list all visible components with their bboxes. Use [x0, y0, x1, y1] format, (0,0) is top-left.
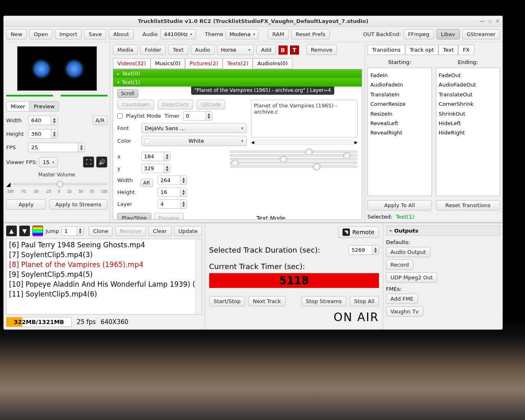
list-item[interactable]: [9] SoylentClip5.mp4(5) [7, 269, 201, 279]
remove-track-button[interactable]: Remove [115, 226, 146, 236]
viewer-fps-select[interactable]: 15 [39, 157, 58, 167]
playlist-scrollbar[interactable] [195, 239, 202, 314]
libav-button[interactable]: Libav [436, 29, 460, 39]
text-hscroll[interactable]: ◂▸ [251, 138, 358, 146]
fullscreen-icon[interactable]: ⛶ [83, 156, 94, 168]
tab-mixer[interactable]: Mixer [6, 101, 30, 112]
playlist-mode-checkbox[interactable] [117, 113, 123, 119]
accordion-text-0[interactable]: Text(0) [113, 69, 362, 78]
reset-prefs-button[interactable]: Reset Prefs [291, 29, 330, 39]
scroll-toggle[interactable]: Scroll [117, 89, 138, 98]
stop-streams-button[interactable]: Stop Streams [301, 296, 347, 306]
y-slider[interactable] [230, 154, 358, 157]
x-slider[interactable] [230, 151, 358, 153]
tab-fx[interactable]: FX [458, 45, 474, 55]
remote-button[interactable]: ◥ Remote [338, 226, 379, 238]
speaker-icon[interactable]: 🔊 [96, 156, 107, 168]
text-button[interactable]: Text [168, 45, 188, 55]
ffmpeg-button[interactable]: FFmpeg [404, 29, 434, 39]
audio-output-button[interactable]: Audio Output [386, 247, 430, 257]
import-button[interactable]: Import [55, 29, 82, 39]
layer-input[interactable]: ▲▼ [158, 199, 187, 209]
list-item[interactable]: AudioFadeIn [370, 80, 429, 89]
jump-input[interactable]: ▲▼ [62, 226, 84, 236]
preview-source-button[interactable]: Preview [154, 213, 184, 219]
height-input[interactable]: ▲▼ [28, 129, 58, 139]
list-item[interactable]: [6] Paul Terry 1948 Seeing Ghosts.mp4 [7, 240, 201, 250]
y-input[interactable]: ▲▼ [141, 164, 171, 173]
width-input[interactable]: ▲▼ [28, 116, 58, 125]
tab-musics[interactable]: Musics(0) [151, 58, 185, 69]
list-item[interactable]: TranslateIn [370, 90, 429, 99]
ar-prop-button[interactable]: AR [140, 179, 153, 187]
folder-button[interactable]: Folder [140, 45, 166, 55]
accordion-text-1[interactable]: Text(1) [113, 78, 362, 87]
height-slider[interactable] [230, 162, 358, 164]
reset-transitions-button[interactable]: Reset Transitions [436, 200, 500, 210]
close-icon[interactable]: ✕ [495, 18, 500, 24]
list-item[interactable]: FadeOut [439, 71, 498, 80]
dateclock-toggle[interactable]: Date/Clock [158, 100, 193, 110]
tab-audioins[interactable]: AudioIns(0) [253, 58, 292, 69]
remove-button[interactable]: Remove [306, 45, 337, 55]
list-item[interactable]: AudioFadeOut [439, 80, 498, 89]
add-fme-button[interactable]: Add FME [386, 294, 418, 304]
height-prop-input[interactable]: ▲▼ [158, 187, 187, 197]
list-item[interactable]: ShrinkOut [439, 109, 498, 119]
udp-output-button[interactable]: UDP Mpeg2 Out [386, 272, 437, 283]
duration-input[interactable]: ▲▼ [349, 245, 379, 255]
list-item[interactable]: CornerResize [370, 99, 429, 109]
font-select[interactable]: DejaVu Sans ... [141, 123, 247, 133]
add-button[interactable]: Add [256, 45, 276, 55]
tab-preview[interactable]: Preview [30, 101, 59, 112]
vaughn-button[interactable]: Vaughn Tv [386, 306, 423, 317]
minimize-icon[interactable]: — [479, 18, 485, 24]
countdown-toggle[interactable]: Countdown [117, 100, 154, 110]
media-button[interactable]: Media [113, 45, 138, 55]
audio-button[interactable]: Audio [191, 45, 215, 55]
tab-transitions[interactable]: Transitions [368, 45, 405, 55]
apply-button[interactable]: Apply [6, 199, 46, 210]
timer-input[interactable]: ▲▼ [183, 111, 212, 121]
color-select[interactable]: White [141, 136, 247, 146]
list-item[interactable]: ResizeIn [370, 109, 429, 119]
clone-button[interactable]: Clone [89, 226, 113, 236]
tab-videos[interactable]: Videos(32) [113, 58, 151, 69]
list-item[interactable]: CornerShrink [439, 99, 498, 109]
theme-select[interactable]: Modena [226, 29, 259, 39]
record-button[interactable]: Record [386, 260, 413, 270]
next-track-button[interactable]: Next Track [248, 296, 285, 306]
ending-list[interactable]: FadeOut AudioFadeOut TranslateOut Corner… [436, 68, 500, 196]
ar-button[interactable]: A/R [93, 116, 107, 125]
qrcode-toggle[interactable]: QRCode [196, 100, 225, 110]
list-item[interactable]: RevealRight [370, 128, 429, 137]
list-item[interactable]: [7] SoylentClip5.mp4(3) [7, 250, 201, 260]
audio-rate-select[interactable]: 44100Hz [160, 29, 196, 39]
save-button[interactable]: Save [84, 29, 106, 39]
preset-select[interactable]: Horse [217, 45, 254, 55]
width-slider[interactable] [230, 158, 358, 160]
list-item[interactable]: TranslateOut [439, 90, 498, 99]
maximize-icon[interactable]: ◇ [488, 18, 492, 24]
fps-input[interactable]: ▲▼ [28, 143, 85, 152]
clear-button[interactable]: Clear [148, 226, 171, 236]
playstop-button[interactable]: Play/Stop [117, 213, 151, 219]
list-item[interactable]: [8] Planet of the Vampires (1965).mp4 [7, 260, 201, 269]
ram-button[interactable]: RAM [268, 29, 289, 39]
color-icon[interactable] [32, 226, 43, 236]
tab-text-fx[interactable]: Text [438, 45, 458, 55]
list-item[interactable]: RevealLeft [370, 119, 429, 128]
list-item[interactable]: HideRight [439, 128, 498, 137]
list-item[interactable]: FadeIn [370, 71, 429, 80]
startstop-button[interactable]: Start/Stop [209, 296, 245, 306]
update-button[interactable]: Update [174, 226, 202, 236]
starting-list[interactable]: FadeIn AudioFadeIn TranslateIn CornerRes… [368, 68, 432, 196]
layer-slider[interactable] [230, 165, 358, 168]
list-item[interactable]: HideLeft [439, 119, 498, 128]
gstreamer-button[interactable]: GStreamer [462, 29, 500, 39]
new-button[interactable]: New [6, 29, 27, 39]
stop-all-button[interactable]: Stop All [349, 296, 379, 306]
playlist-list[interactable]: [6] Paul Terry 1948 Seeing Ghosts.mp4 [7… [6, 239, 202, 315]
width-prop-input[interactable]: ▲▼ [158, 176, 187, 185]
about-button[interactable]: About [109, 29, 133, 39]
